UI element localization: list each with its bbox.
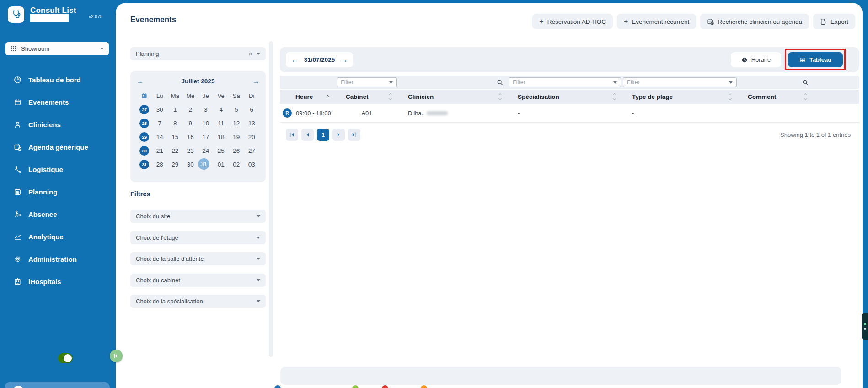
pagination-info: Showing 1 to 1 of 1 entries <box>780 131 851 138</box>
action-r-servation-ad-hoc-button[interactable]: +Réservation AD-HOC <box>532 14 613 29</box>
calendar-day[interactable]: 03 <box>244 158 260 170</box>
clear-icon[interactable]: × <box>248 50 252 57</box>
pagination-next-button[interactable] <box>332 129 345 141</box>
calendar-day[interactable]: 29 <box>167 158 183 170</box>
calendar-day[interactable]: 8 <box>167 117 183 129</box>
action-recherche-clinicien-ou-agenda-button[interactable]: Recherche clinicien ou agenda <box>700 14 809 29</box>
filter-choix-de-la-sp-cialisation[interactable]: Choix de la spécialisation <box>130 295 266 308</box>
calendar-day[interactable]: 17 <box>198 131 214 143</box>
action-export-button[interactable]: Export <box>813 14 855 29</box>
sidebar-item-tableau-de-bord[interactable]: Tableau de bord <box>0 69 116 91</box>
pagination-last-button[interactable] <box>348 129 360 141</box>
sidebar-item-label: Cliniciens <box>28 121 61 129</box>
calendar-next-month-arrow[interactable]: → <box>252 78 259 85</box>
user-card[interactable] <box>5 382 110 388</box>
calendar-day[interactable]: 24 <box>198 145 214 156</box>
column-header-sp-cialisation[interactable]: Spécialisation <box>508 90 622 104</box>
next-day-arrow[interactable]: → <box>341 56 348 63</box>
action-evenement-r-current-button[interactable]: +Evenement récurrent <box>617 14 696 29</box>
browser-extension-tab[interactable] <box>862 313 868 340</box>
sort-asc-icon <box>327 96 329 98</box>
column-filter-search-clinicien[interactable] <box>398 76 508 89</box>
planning-select[interactable]: Planning × <box>130 47 266 60</box>
column-filter-select-type-de-plage[interactable]: Filter <box>623 77 737 87</box>
column-header-clinicien[interactable]: Clinicien <box>398 90 508 104</box>
calendar-day-selected[interactable]: 31 <box>198 158 209 170</box>
sidebar-theme-toggle[interactable] <box>58 353 73 363</box>
pagination-first-button[interactable] <box>286 129 298 141</box>
calendar-day[interactable]: 30 <box>183 158 198 170</box>
logo-redaction <box>30 14 69 22</box>
calendar-day[interactable]: 20 <box>244 131 260 143</box>
calendar-day[interactable]: 4 <box>214 103 229 115</box>
table-header-row: HeureCabinetClinicienSpécialisationType … <box>280 90 859 104</box>
app-logo[interactable] <box>8 6 24 23</box>
sidebar-item-label: Administration <box>28 255 77 263</box>
calendar-day[interactable]: 02 <box>229 158 244 170</box>
sidebar-item-analytique[interactable]: Analytique <box>0 226 116 248</box>
calendar-day[interactable]: 01 <box>214 158 229 170</box>
calendar-day[interactable]: 5 <box>229 103 244 115</box>
filter-label: Choix de la spécialisation <box>136 298 252 305</box>
stethoscope-icon <box>11 10 21 20</box>
calendar-day[interactable]: 23 <box>183 145 198 156</box>
calendar-day-header: Je <box>198 90 214 102</box>
column-filter-select-sp-cialisation[interactable]: Filter <box>509 77 621 87</box>
calendar-day[interactable]: 1 <box>167 103 183 115</box>
sidebar-item-planning[interactable]: Planning <box>0 181 116 203</box>
calendar-day[interactable]: 2 <box>183 103 198 115</box>
calendar-day[interactable]: 10 <box>198 117 214 129</box>
calendar-day[interactable]: 16 <box>183 131 198 143</box>
filter-choix-du-cabinet[interactable]: Choix du cabinet <box>130 274 266 287</box>
sidebar-item-logistique[interactable]: Logistique <box>0 158 116 181</box>
calendar-day[interactable]: 30 <box>152 103 168 115</box>
calendar-prev-month-arrow[interactable]: ← <box>137 78 144 85</box>
chevron-down-icon <box>257 53 260 55</box>
calendar-day[interactable]: 26 <box>229 145 244 156</box>
table-row[interactable]: R 09:00 - 18:00 A01 Dilha.. - - <box>280 104 859 123</box>
calendar-day[interactable]: 9 <box>183 117 198 129</box>
sidebar-item-cliniciens[interactable]: Cliniciens <box>0 113 116 136</box>
workspace-select[interactable]: Showroom <box>5 42 109 55</box>
pagination-prev-button[interactable] <box>301 129 314 141</box>
column-header-heure[interactable]: Heure <box>280 90 336 104</box>
calendar-day[interactable]: 21 <box>152 145 168 156</box>
calendar-day[interactable]: 14 <box>152 131 168 143</box>
column-header-comment[interactable]: Comment <box>738 90 813 104</box>
calendar-day[interactable]: 7 <box>152 117 168 129</box>
sidebar-item-administration[interactable]: Administration <box>0 248 116 270</box>
calendar-day[interactable]: 28 <box>152 158 168 170</box>
sidebar-item-label: Absence <box>28 210 57 218</box>
calendar-day[interactable]: 13 <box>244 117 260 129</box>
column-filter-select-cabinet[interactable]: Filter <box>337 77 397 87</box>
calendar-day[interactable]: 22 <box>167 145 183 156</box>
sidebar-item-agenda-g-n-rique[interactable]: Agenda générique <box>0 136 116 158</box>
calendar-day[interactable]: 3 <box>198 103 214 115</box>
sidebar-collapse-button[interactable] <box>110 350 123 362</box>
calendar-day[interactable]: 19 <box>229 131 244 143</box>
view-tableau-button[interactable]: Tableau <box>788 52 843 67</box>
column-header-cabinet[interactable]: Cabinet <box>336 90 398 104</box>
column-header-type-de-plage[interactable]: Type de plage <box>622 90 738 104</box>
clock-icon <box>741 57 748 63</box>
calendar-day[interactable]: 12 <box>229 117 244 129</box>
calendar-day[interactable]: 27 <box>244 145 260 156</box>
calendar-day[interactable]: 11 <box>214 117 229 129</box>
sidebar-item-evenements[interactable]: Evenements <box>0 91 116 113</box>
filter-choix-de-la-salle-d-attente[interactable]: Choix de la salle d'attente <box>130 252 266 265</box>
calendar-day[interactable]: 15 <box>167 131 183 143</box>
prev-day-arrow[interactable]: ← <box>291 56 298 63</box>
view-horaire-button[interactable]: Horaire <box>731 52 781 67</box>
calendar-day[interactable]: 18 <box>214 131 229 143</box>
calendar-day[interactable]: 25 <box>214 145 229 156</box>
filter-choix-du-site[interactable]: Choix du site <box>130 210 266 223</box>
pagination-page-1[interactable]: 1 <box>317 129 329 141</box>
filter-choix-de-l-tage[interactable]: Choix de l'étage <box>130 231 266 244</box>
table-filter-row: FilterFilterFilter <box>280 76 859 90</box>
sidebar-item-ihospitals[interactable]: iHospitals <box>0 270 116 293</box>
column-filter-search-comment[interactable] <box>738 76 813 89</box>
scrollbar-track[interactable] <box>269 41 273 357</box>
calendar-day[interactable]: 6 <box>244 103 260 115</box>
sidebar-item-absence[interactable]: Absence <box>0 203 116 226</box>
row-heure: 09:00 - 18:00 <box>296 110 331 117</box>
